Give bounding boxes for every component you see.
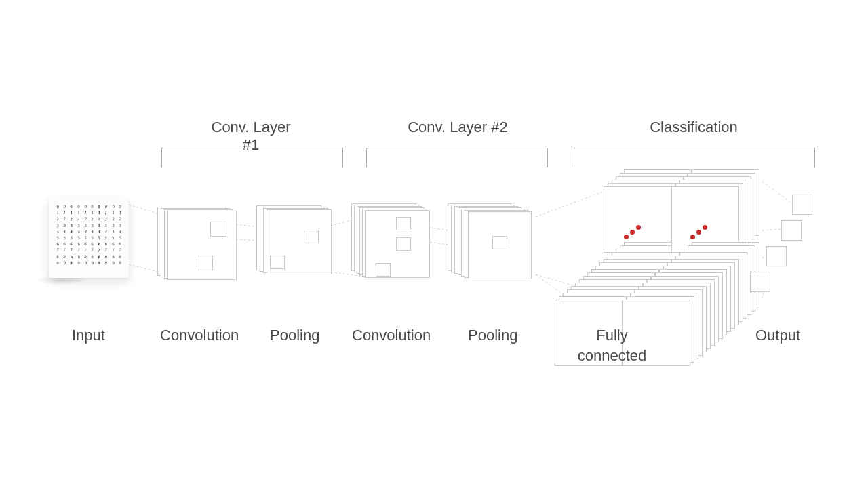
accent-dot — [624, 235, 629, 239]
accent-dot — [636, 225, 641, 230]
accent-dot — [690, 235, 695, 239]
accent-dot — [703, 225, 707, 230]
label-convolution-1: Convolution — [160, 325, 239, 346]
label-fully-connected: Fully connected — [576, 325, 648, 365]
label-pooling-1: Pooling — [270, 325, 319, 346]
bracket-classification — [574, 148, 815, 167]
cnn-diagram: Conv. Layer #1 Conv. Layer #2 Classifica… — [0, 0, 868, 488]
label-pooling-2: Pooling — [468, 325, 517, 346]
accent-dot — [630, 230, 635, 235]
bracket-conv2 — [366, 148, 548, 167]
label-convolution-2: Convolution — [352, 325, 431, 346]
header-conv2: Conv. Layer #2 — [407, 119, 509, 136]
bracket-conv1 — [161, 148, 343, 167]
digits-grid: 0000000000111111111122222222223333333333… — [54, 203, 123, 266]
input-image-card: 0000000000111111111122222222223333333333… — [49, 198, 129, 278]
label-output: Output — [755, 325, 800, 346]
label-input: Input — [72, 325, 105, 346]
header-classification: Classification — [650, 119, 738, 136]
accent-dot — [696, 230, 701, 235]
svg-line-13 — [762, 182, 792, 203]
